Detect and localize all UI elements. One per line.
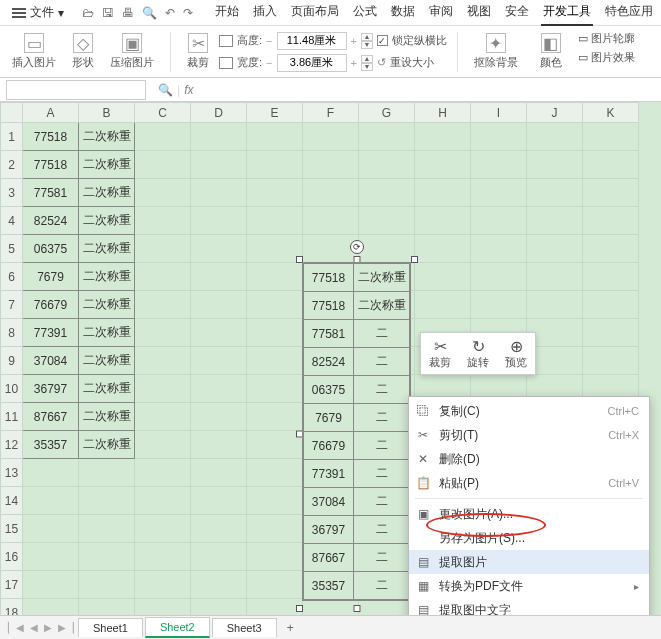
cell-F5[interactable] [303, 235, 359, 263]
cell-D2[interactable] [191, 151, 247, 179]
cell-A12[interactable]: 35357 [23, 431, 79, 459]
reset-size-label[interactable]: 重设大小 [390, 55, 434, 70]
cell-A2[interactable]: 77518 [23, 151, 79, 179]
print-icon[interactable]: 🖶 [122, 6, 134, 20]
cell-G4[interactable] [359, 207, 415, 235]
ctx-convert-pdf[interactable]: ▦转换为PDF文件▸ [409, 574, 649, 598]
cell-H5[interactable] [415, 235, 471, 263]
cell-D5[interactable] [191, 235, 247, 263]
cell-B13[interactable] [79, 459, 135, 487]
cell-D8[interactable] [191, 319, 247, 347]
cell-C15[interactable] [135, 515, 191, 543]
cell-C13[interactable] [135, 459, 191, 487]
open-icon[interactable]: 🗁 [82, 6, 94, 20]
row-hdr-6[interactable]: 6 [1, 263, 23, 291]
cell-K6[interactable] [583, 263, 639, 291]
cell-B2[interactable]: 二次称重 [79, 151, 135, 179]
cell-A7[interactable]: 76679 [23, 291, 79, 319]
tab-home[interactable]: 开始 [213, 0, 241, 26]
tab-layout[interactable]: 页面布局 [289, 0, 341, 26]
cell-H1[interactable] [415, 123, 471, 151]
cell-I3[interactable] [471, 179, 527, 207]
cell-B7[interactable]: 二次称重 [79, 291, 135, 319]
name-box[interactable] [6, 80, 146, 100]
cell-C17[interactable] [135, 571, 191, 599]
row-hdr-7[interactable]: 7 [1, 291, 23, 319]
col-hdr-G[interactable]: G [359, 103, 415, 123]
height-down[interactable]: ▼ [361, 41, 373, 49]
cell-C14[interactable] [135, 487, 191, 515]
cell-D18[interactable] [191, 599, 247, 616]
cell-A9[interactable]: 37084 [23, 347, 79, 375]
cell-A8[interactable]: 77391 [23, 319, 79, 347]
remove-bg-button[interactable]: ✦抠除背景 [468, 31, 524, 72]
cell-K9[interactable] [583, 347, 639, 375]
row-hdr-4[interactable]: 4 [1, 207, 23, 235]
cell-A15[interactable] [23, 515, 79, 543]
cell-A10[interactable]: 36797 [23, 375, 79, 403]
cell-E17[interactable] [247, 571, 303, 599]
cell-F2[interactable] [303, 151, 359, 179]
cell-I2[interactable] [471, 151, 527, 179]
row-hdr-2[interactable]: 2 [1, 151, 23, 179]
cell-J4[interactable] [527, 207, 583, 235]
col-hdr-I[interactable]: I [471, 103, 527, 123]
cell-B6[interactable]: 二次称重 [79, 263, 135, 291]
cell-B16[interactable] [79, 543, 135, 571]
sheet-tab-1[interactable]: Sheet1 [78, 618, 143, 637]
cell-B9[interactable]: 二次称重 [79, 347, 135, 375]
undo-icon[interactable]: ↶ [165, 6, 175, 20]
tab-security[interactable]: 安全 [503, 0, 531, 26]
cell-K8[interactable] [583, 319, 639, 347]
tab-last[interactable]: ▶▕ [56, 622, 76, 633]
cell-A3[interactable]: 77581 [23, 179, 79, 207]
cell-E4[interactable] [247, 207, 303, 235]
cell-K4[interactable] [583, 207, 639, 235]
select-all[interactable] [1, 103, 23, 123]
cell-G3[interactable] [359, 179, 415, 207]
cell-C10[interactable] [135, 375, 191, 403]
pic-effects-button[interactable]: ▭图片效果 [578, 50, 635, 65]
ctx-save-as-pic[interactable]: 另存为图片(S)... [409, 526, 649, 550]
file-menu[interactable]: 文件 ▾ [6, 2, 70, 23]
cell-G1[interactable] [359, 123, 415, 151]
cell-E14[interactable] [247, 487, 303, 515]
cell-A5[interactable]: 06375 [23, 235, 79, 263]
row-hdr-8[interactable]: 8 [1, 319, 23, 347]
cell-J3[interactable] [527, 179, 583, 207]
cell-E3[interactable] [247, 179, 303, 207]
ctx-cut[interactable]: ✂剪切(T)Ctrl+X [409, 423, 649, 447]
col-hdr-A[interactable]: A [23, 103, 79, 123]
ctx-extract-text[interactable]: ▤提取图中文字 [409, 598, 649, 615]
mini-preview-button[interactable]: ⊕预览 [497, 333, 535, 374]
tab-formula[interactable]: 公式 [351, 0, 379, 26]
row-hdr-17[interactable]: 17 [1, 571, 23, 599]
shapes-button[interactable]: ◇形状 [66, 31, 100, 72]
cell-D7[interactable] [191, 291, 247, 319]
row-hdr-15[interactable]: 15 [1, 515, 23, 543]
col-hdr-K[interactable]: K [583, 103, 639, 123]
cell-A18[interactable] [23, 599, 79, 616]
tab-review[interactable]: 审阅 [427, 0, 455, 26]
cell-D16[interactable] [191, 543, 247, 571]
cell-D11[interactable] [191, 403, 247, 431]
row-hdr-18[interactable]: 18 [1, 599, 23, 616]
cell-E18[interactable] [247, 599, 303, 616]
preview-icon[interactable]: 🔍 [142, 6, 157, 20]
cell-A1[interactable]: 77518 [23, 123, 79, 151]
cell-C16[interactable] [135, 543, 191, 571]
height-up[interactable]: ▲ [361, 33, 373, 41]
col-hdr-D[interactable]: D [191, 103, 247, 123]
mini-rotate-button[interactable]: ↻旋转 [459, 333, 497, 374]
col-hdr-C[interactable]: C [135, 103, 191, 123]
cell-B18[interactable] [79, 599, 135, 616]
cell-C18[interactable] [135, 599, 191, 616]
cell-B10[interactable]: 二次称重 [79, 375, 135, 403]
cell-F4[interactable] [303, 207, 359, 235]
row-hdr-9[interactable]: 9 [1, 347, 23, 375]
row-hdr-14[interactable]: 14 [1, 487, 23, 515]
row-hdr-13[interactable]: 13 [1, 459, 23, 487]
mini-crop-button[interactable]: ✂裁剪 [421, 333, 459, 374]
cell-A13[interactable] [23, 459, 79, 487]
row-hdr-1[interactable]: 1 [1, 123, 23, 151]
